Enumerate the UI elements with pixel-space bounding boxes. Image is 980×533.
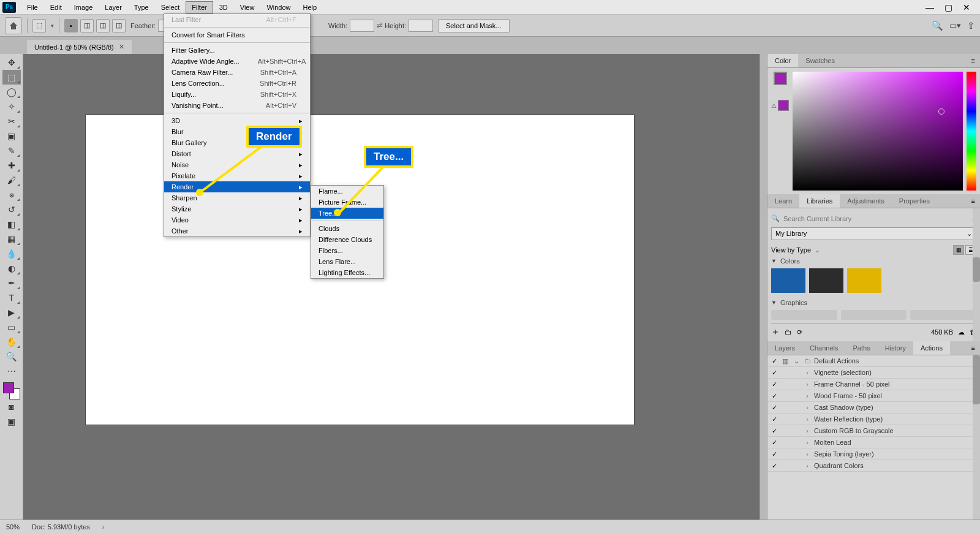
document-tab[interactable]: Untitled-1 @ 50% (RGB/8) ✕ (27, 40, 132, 54)
menu-layer[interactable]: Layer (99, 1, 128, 13)
action-row[interactable]: ✓›Molten Lead (767, 437, 980, 448)
action-row[interactable]: ✓›Wood Frame - 50 pixel (767, 390, 980, 402)
zoom-level[interactable]: 50% (6, 523, 20, 531)
pen-tool[interactable]: ✒ (2, 276, 21, 290)
add-content-icon[interactable]: ＋ (771, 327, 780, 338)
screen-mode-toggle[interactable]: ▣ (2, 414, 21, 429)
menuitem-3d[interactable]: 3D▸ (164, 115, 310, 126)
lasso-tool[interactable]: ◯ (2, 85, 21, 99)
library-swatch[interactable] (847, 268, 881, 293)
menuitem-lens-correction-[interactable]: Lens Correction...Shift+Ctrl+R (164, 78, 310, 89)
add-folder-icon[interactable]: 🗀 (785, 328, 792, 336)
panel-collapse-handle[interactable] (760, 54, 767, 520)
hand-tool[interactable]: ✋ (2, 335, 21, 349)
action-row[interactable]: ✓›Cast Shadow (type) (767, 402, 980, 414)
selection-intersect-icon[interactable]: ◫ (112, 19, 126, 32)
menu-select[interactable]: Select (155, 1, 186, 13)
action-row[interactable]: ✓›Vignette (selection) (767, 367, 980, 379)
foreground-color-well[interactable] (3, 382, 14, 393)
marquee-tool[interactable]: ⬚ (2, 70, 21, 85)
scrollbar[interactable] (973, 355, 980, 520)
menuitem-fibers-[interactable]: Fibers... (311, 245, 383, 256)
history-brush-tool[interactable]: ↺ (2, 202, 21, 217)
move-tool[interactable]: ✥ (2, 55, 21, 70)
action-row[interactable]: ✓›Water Reflection (type) (767, 414, 980, 425)
library-swatch[interactable] (809, 268, 843, 293)
gradient-tool[interactable]: ▦ (2, 232, 21, 246)
type-tool[interactable]: T (2, 290, 21, 305)
frame-tool[interactable]: ▣ (2, 129, 21, 143)
menuitem-other[interactable]: Other▸ (164, 225, 310, 236)
blur-tool[interactable]: 💧 (2, 246, 21, 261)
menuitem-lighting-effects-[interactable]: Lighting Effects... (311, 267, 383, 278)
panel-menu-icon[interactable]: ≡ (967, 342, 980, 354)
close-tab-icon[interactable]: ✕ (119, 43, 124, 51)
tab-properties[interactable]: Properties (892, 194, 937, 208)
menu-edit[interactable]: Edit (44, 1, 68, 13)
edit-toolbar[interactable]: ⋯ (2, 364, 21, 379)
tab-layers[interactable]: Layers (767, 341, 802, 355)
action-row[interactable]: ✓›Frame Channel - 50 pixel (767, 379, 980, 390)
scrollbar[interactable] (973, 208, 980, 341)
share-icon[interactable]: ⇧ (967, 20, 975, 31)
dodge-tool[interactable]: ◐ (2, 261, 21, 276)
menu-type[interactable]: Type (128, 1, 155, 13)
menuitem-lens-flare-[interactable]: Lens Flare... (311, 256, 383, 267)
home-button[interactable] (5, 17, 22, 34)
menu-view[interactable]: View (234, 1, 261, 13)
tab-adjustments[interactable]: Adjustments (840, 194, 892, 208)
menuitem-stylize[interactable]: Stylize▸ (164, 203, 310, 214)
bg-swatch[interactable] (778, 100, 789, 111)
width-input[interactable] (350, 20, 374, 32)
swap-dims-icon[interactable]: ⇄ (377, 21, 382, 29)
menuitem-camera-raw-filter-[interactable]: Camera Raw Filter...Shift+Ctrl+A (164, 67, 310, 78)
tab-color[interactable]: Color (767, 54, 798, 67)
library-search-input[interactable] (783, 215, 967, 222)
height-input[interactable] (409, 20, 433, 32)
menu-filter[interactable]: Filter (186, 1, 213, 13)
menu-image[interactable]: Image (68, 1, 99, 13)
panel-menu-icon[interactable]: ≡ (967, 55, 980, 67)
selection-subtract-icon[interactable]: ◫ (96, 19, 110, 32)
libraries-sync-icon[interactable]: ⟳ (797, 328, 802, 336)
tab-libraries[interactable]: Libraries (799, 194, 840, 208)
menuitem-difference-clouds[interactable]: Difference Clouds (311, 234, 383, 245)
menuitem-video[interactable]: Video▸ (164, 214, 310, 225)
magic-wand-tool[interactable]: ✧ (2, 99, 21, 114)
library-swatch[interactable] (771, 268, 805, 293)
eyedropper-tool[interactable]: ✎ (2, 143, 21, 158)
menuitem-adaptive-wide-angle-[interactable]: Adaptive Wide Angle...Alt+Shift+Ctrl+A (164, 56, 310, 67)
menuitem-convert-for-smart-filters[interactable]: Convert for Smart Filters (164, 29, 310, 40)
menu-file[interactable]: File (21, 1, 44, 13)
path-select-tool[interactable]: ▶ (2, 305, 21, 320)
zoom-tool[interactable]: 🔍 (2, 349, 21, 364)
selection-new-icon[interactable]: ▪ (64, 19, 78, 32)
menuitem-vanishing-point-[interactable]: Vanishing Point...Alt+Ctrl+V (164, 100, 310, 111)
tab-actions[interactable]: Actions (913, 341, 950, 355)
tab-history[interactable]: History (878, 341, 913, 355)
color-field[interactable] (793, 72, 963, 191)
crop-tool[interactable]: ✂ (2, 114, 21, 129)
brush-tool[interactable]: 🖌 (2, 173, 21, 187)
search-icon[interactable]: 🔍 (932, 20, 943, 31)
menuitem-liquify-[interactable]: Liquify...Shift+Ctrl+X (164, 89, 310, 100)
menu-3d[interactable]: 3D (213, 1, 234, 13)
fg-swatch[interactable] (774, 72, 787, 85)
quick-mask-toggle[interactable]: ◙ (2, 399, 21, 414)
hue-slider[interactable] (967, 72, 976, 191)
tab-paths[interactable]: Paths (846, 341, 878, 355)
color-wells[interactable] (3, 382, 20, 399)
select-and-mask-button[interactable]: Select and Mask... (438, 19, 510, 32)
menu-help[interactable]: Help (297, 1, 323, 13)
menuitem-clouds[interactable]: Clouds (311, 223, 383, 234)
chevron-down-icon[interactable]: ⌄ (815, 246, 820, 254)
close-button[interactable]: ✕ (959, 2, 974, 12)
minimize-button[interactable]: — (922, 2, 937, 12)
rectangle-tool[interactable]: ▭ (2, 320, 21, 335)
action-row[interactable]: ✓›Quadrant Colors (767, 460, 980, 472)
library-select[interactable]: My Library⌄ (771, 227, 976, 240)
marquee-preset-icon[interactable]: ⬚ (32, 19, 46, 32)
tab-swatches[interactable]: Swatches (798, 54, 842, 67)
selection-add-icon[interactable]: ◫ (80, 19, 94, 32)
healing-brush-tool[interactable]: ✚ (2, 158, 21, 173)
